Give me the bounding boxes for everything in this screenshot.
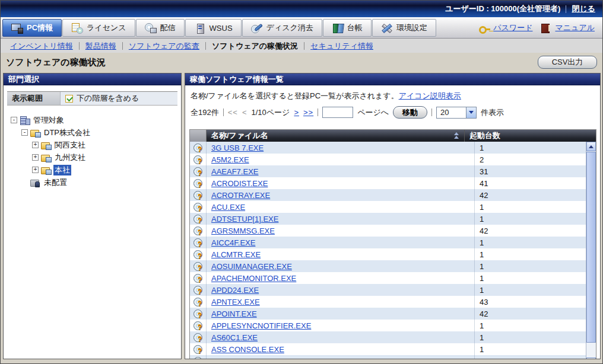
file-name-link[interactable]: APDD24.EXE bbox=[211, 286, 259, 295]
launch-count-cell: 43 bbox=[475, 296, 596, 308]
tree-node[interactable]: 未配置 bbox=[7, 176, 177, 189]
file-name-cell: APACHEMONITOR.EXE bbox=[207, 272, 475, 284]
first-page-button[interactable]: << bbox=[228, 108, 238, 117]
main-tab[interactable]: 台帳 bbox=[323, 19, 372, 37]
main-tab[interactable]: PC情報 bbox=[2, 19, 62, 37]
subnav-link[interactable]: ソフトウェアの監査 bbox=[123, 42, 206, 50]
settings-icon bbox=[381, 23, 393, 33]
file-name-link[interactable]: ASS CONSOLE.EXE bbox=[211, 345, 284, 354]
file-name-link[interactable]: ADTSETUP[1].EXE bbox=[211, 215, 278, 223]
scrollbar-thumb[interactable] bbox=[586, 152, 596, 343]
license-icon bbox=[71, 23, 83, 33]
launch-count-cell: 1 bbox=[475, 284, 596, 296]
utility-links: パスワード マニュアル bbox=[479, 19, 601, 37]
application-window: ユーザーID : 100000(全社管理者) 閉じる PC情報 ライセンス 配信… bbox=[0, 0, 603, 364]
description-row: 名称/ファイル名を選択すると登録PC一覧が表示されます。アイコン説明表示 bbox=[185, 85, 600, 103]
main-tab[interactable]: ディスク消去 bbox=[242, 19, 322, 37]
total-count-label: 全192件 bbox=[191, 107, 219, 118]
page-number-input[interactable] bbox=[322, 107, 353, 118]
tree-expander-icon[interactable]: + bbox=[32, 167, 39, 173]
main-tab[interactable]: ライセンス bbox=[62, 19, 135, 37]
file-name-link[interactable]: APPLESYNCNOTIFIER.EXE bbox=[211, 321, 311, 330]
folder-icon bbox=[30, 129, 40, 137]
table-body: 3G USB 7.EXE 1 A5M2.EXE 2 AAEAF7.EXE 31 … bbox=[190, 142, 596, 359]
tree-node[interactable]: + 本社 bbox=[7, 164, 177, 176]
table-row: ASS DBIMP.EXE 1 bbox=[190, 355, 596, 359]
sort-ascending-icon[interactable] bbox=[454, 132, 459, 139]
table-row: ACRODIST.EXE 41 bbox=[190, 177, 596, 189]
software-panel-body: 名称/ファイル名を選択すると登録PC一覧が表示されます。アイコン説明表示 全19… bbox=[185, 85, 600, 359]
file-name-link[interactable]: 3G USB 7.EXE bbox=[211, 143, 264, 152]
file-name-link[interactable]: ACRODIST.EXE bbox=[211, 179, 268, 188]
file-name-link[interactable]: ACROTRAY.EXE bbox=[211, 191, 270, 200]
tree-node[interactable]: - DTP株式会社 bbox=[7, 126, 177, 139]
file-name-cell: AS60C1.EXE bbox=[207, 331, 475, 343]
table-row: AICC4F.EXE 1 bbox=[190, 237, 596, 248]
include-sublayer-checkbox[interactable] bbox=[65, 95, 73, 103]
file-name-link[interactable]: ALCMTR.EXE bbox=[211, 250, 261, 259]
row-icon-cell bbox=[190, 189, 207, 201]
unknown-software-icon bbox=[193, 203, 202, 212]
launch-count-cell: 1 bbox=[475, 331, 596, 343]
scroll-down-icon[interactable] bbox=[586, 357, 596, 359]
tree-expander-icon[interactable]: - bbox=[21, 129, 28, 136]
topbar: ユーザーID : 100000(全社管理者) 閉じる bbox=[1, 1, 602, 17]
table-row: AGRSMMSG.EXE 42 bbox=[190, 225, 596, 237]
file-name-link[interactable]: AOSUIMANAGER.EXE bbox=[211, 262, 292, 271]
table-row: APNTEX.EXE 43 bbox=[190, 296, 596, 308]
prev-page-button[interactable]: < bbox=[242, 108, 247, 117]
file-name-link[interactable]: AS60C1.EXE bbox=[211, 333, 258, 342]
subnav-link[interactable]: インベントリ情報 bbox=[4, 42, 80, 50]
last-page-link[interactable]: >> bbox=[303, 108, 313, 117]
file-name-link[interactable]: APOINT.EXE bbox=[211, 309, 257, 318]
utility-link[interactable]: パスワード bbox=[479, 23, 532, 33]
file-name-link[interactable]: APACHEMONITOR.EXE bbox=[211, 274, 296, 283]
utility-link[interactable]: マニュアル bbox=[541, 23, 595, 33]
file-name-link[interactable]: ACU.EXE bbox=[211, 203, 245, 212]
file-name-link[interactable]: ASS DBIMP.EXE bbox=[211, 357, 270, 359]
running-software-panel: 稼働ソフトウェア情報一覧 名称/ファイル名を選択すると登録PC一覧が表示されます… bbox=[185, 73, 601, 359]
folder-icon bbox=[41, 166, 51, 174]
file-name-link[interactable]: APNTEX.EXE bbox=[211, 298, 260, 306]
file-name-link[interactable]: AICC4F.EXE bbox=[211, 238, 255, 247]
csv-export-button[interactable]: CSV出力 bbox=[538, 56, 597, 69]
table-corner-cell bbox=[190, 130, 207, 142]
main-tab[interactable]: WSUS bbox=[185, 19, 242, 37]
table-header-row: 名称/ファイル名 起動台数 bbox=[190, 130, 596, 142]
table-row: AOSUIMANAGER.EXE 1 bbox=[190, 260, 596, 272]
row-icon-cell bbox=[190, 237, 207, 248]
move-button[interactable]: 移動 bbox=[393, 106, 427, 119]
icon-legend-link[interactable]: アイコン説明表示 bbox=[399, 91, 461, 100]
row-icon-cell bbox=[190, 213, 207, 225]
tree-expander-icon[interactable]: - bbox=[11, 117, 17, 123]
table-scrollbar[interactable] bbox=[586, 142, 596, 359]
name-column-header[interactable]: 名称/ファイル名 bbox=[207, 130, 465, 142]
scroll-up-icon[interactable] bbox=[586, 142, 596, 151]
table-row: A5M2.EXE 2 bbox=[190, 154, 596, 165]
unknown-software-icon bbox=[193, 226, 202, 235]
tree-node[interactable]: + 九州支社 bbox=[7, 151, 177, 164]
main-tab[interactable]: 環境設定 bbox=[372, 19, 436, 37]
tree-expander-icon[interactable]: + bbox=[32, 154, 39, 161]
file-name-link[interactable]: A5M2.EXE bbox=[211, 155, 249, 164]
tree-node-label: 未配置 bbox=[43, 177, 68, 188]
tree-node[interactable]: - 管理対象 bbox=[7, 114, 177, 126]
unknown-software-icon bbox=[193, 298, 202, 306]
main-tab[interactable]: 配信 bbox=[136, 19, 185, 37]
subnav-link[interactable]: 製品情報 bbox=[80, 42, 123, 50]
building-icon bbox=[20, 116, 30, 124]
unknown-software-icon bbox=[193, 155, 202, 164]
folder-icon bbox=[41, 154, 51, 162]
next-page-link[interactable]: > bbox=[294, 108, 299, 117]
page-size-select[interactable]: 20 bbox=[436, 107, 477, 119]
close-link[interactable]: 閉じる bbox=[572, 4, 595, 14]
file-name-link[interactable]: AAEAF7.EXE bbox=[211, 167, 258, 176]
file-name-cell: ACU.EXE bbox=[207, 201, 475, 213]
subnav-link[interactable]: ソフトウェアの稼働状況 bbox=[206, 42, 304, 50]
tree-expander-icon[interactable]: + bbox=[32, 142, 39, 148]
chevron-down-icon[interactable] bbox=[466, 107, 476, 118]
subnav-link[interactable]: セキュリティ情報 bbox=[304, 42, 379, 50]
pagination-divider bbox=[318, 108, 318, 116]
tree-node[interactable]: + 関西支社 bbox=[7, 139, 177, 151]
file-name-link[interactable]: AGRSMMSG.EXE bbox=[211, 226, 275, 235]
